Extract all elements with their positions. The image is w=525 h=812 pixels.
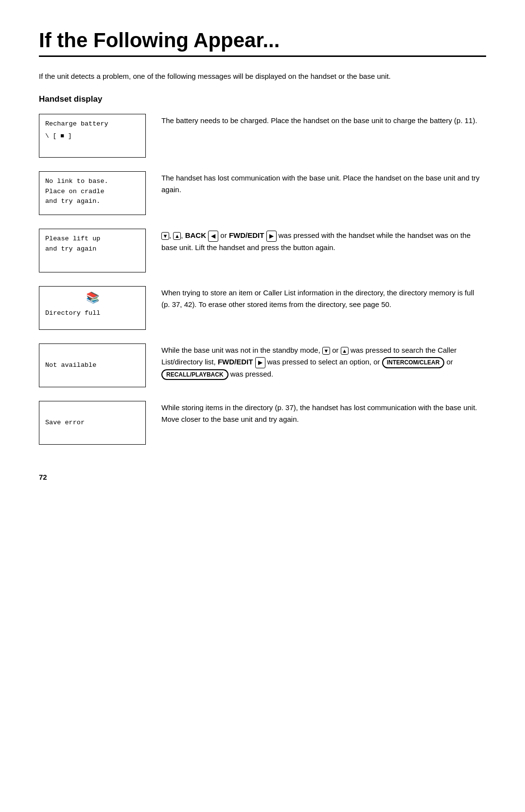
- desc-dirfull: When trying to store an item or Caller L…: [161, 286, 486, 310]
- title-divider: [39, 55, 486, 57]
- display-rows: Recharge battery \ [ ■ ] The battery nee…: [39, 114, 486, 458]
- display-box-nolink: No link to base. Place on cradle and try…: [39, 171, 146, 215]
- up-arrow-icon2: ▲: [341, 347, 349, 355]
- fwdedit-button2: ▶: [255, 357, 265, 368]
- display-text-nolink: No link to base. Place on cradle and try…: [45, 177, 140, 206]
- display-box-lift: Please lift up and try again: [39, 229, 146, 272]
- up-arrow-icon: ▲: [173, 232, 181, 240]
- desc-notavail: While the base unit was not in the stand…: [161, 343, 486, 380]
- desc-recharge: The battery needs to be charged. Place t…: [161, 114, 486, 126]
- intro-text: If the unit detects a problem, one of th…: [39, 71, 486, 82]
- desc-nolink: The handset has lost communication with …: [161, 171, 486, 196]
- display-text-notavail: Not available: [45, 361, 96, 370]
- desc-lift: ▼, ▲, BACK ◀ or FWD/EDIT ▶ was pressed w…: [161, 229, 486, 253]
- row-save-error: Save error While storing items in the di…: [39, 401, 486, 445]
- display-text-recharge: Recharge battery: [45, 119, 140, 129]
- down-arrow-icon: ▼: [161, 232, 169, 240]
- display-box-notavail: Not available: [39, 343, 146, 387]
- battery-indicator: \ [ ■ ]: [45, 131, 72, 141]
- section-heading: Handset display: [39, 94, 486, 104]
- page-number: 72: [39, 473, 486, 481]
- display-text-dirfull: Directory full: [45, 308, 140, 318]
- row-no-link: No link to base. Place on cradle and try…: [39, 171, 486, 215]
- intercom-clear-button: INTERCOM/CLEAR: [382, 357, 445, 368]
- display-box-saveerr: Save error: [39, 401, 146, 445]
- desc-saveerr: While storing items in the directory (p.…: [161, 401, 486, 425]
- back-button: ◀: [208, 231, 218, 242]
- row-not-available: Not available While the base unit was no…: [39, 343, 486, 387]
- down-arrow-icon2: ▼: [322, 347, 330, 355]
- display-text-lift: Please lift up and try again: [45, 234, 140, 254]
- page-title: If the Following Appear...: [39, 29, 486, 52]
- recall-playback-button: RECALL/PLAYBACK: [161, 369, 228, 380]
- display-text-saveerr: Save error: [45, 418, 85, 428]
- display-box-dirfull: 📚 Directory full: [39, 286, 146, 330]
- book-icon: 📚: [45, 290, 140, 307]
- fwdedit-button: ▶: [266, 231, 277, 242]
- row-please-lift: Please lift up and try again ▼, ▲, BACK …: [39, 229, 486, 272]
- row-directory-full: 📚 Directory full When trying to store an…: [39, 286, 486, 330]
- row-recharge-battery: Recharge battery \ [ ■ ] The battery nee…: [39, 114, 486, 158]
- display-box-recharge: Recharge battery \ [ ■ ]: [39, 114, 146, 158]
